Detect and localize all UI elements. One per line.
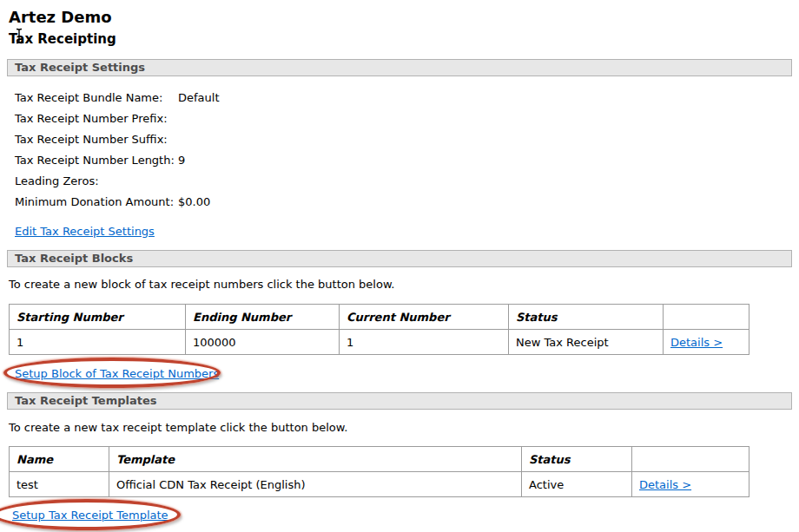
cell-name: test (10, 472, 109, 497)
col-header-ending-number: Ending Number (186, 305, 340, 330)
section-header-blocks: Tax Receipt Blocks (7, 250, 792, 267)
setup-tax-receipt-template-link[interactable]: Setup Tax Receipt Template (12, 509, 168, 522)
cell-template: Official CDN Tax Receipt (English) (109, 472, 522, 497)
col-header-starting-number: Starting Number (10, 305, 186, 330)
tax-receipt-blocks-table: Starting Number Ending Number Current Nu… (9, 304, 749, 355)
cell-status: New Tax Receipt (509, 330, 664, 355)
blocks-instruction: To create a new block of tax receipt num… (9, 278, 394, 291)
settings-list: Tax Receipt Bundle Name: Default Tax Rec… (15, 88, 623, 213)
section-header-templates: Tax Receipt Templates (7, 392, 792, 410)
page-title: Artez Demo (9, 8, 112, 26)
field-value: Default (178, 88, 220, 108)
table-row: 1 100000 1 New Tax Receipt Details > (10, 330, 749, 355)
col-header-template: Template (109, 447, 522, 472)
settings-row-leading-zeros: Leading Zeros: (15, 171, 623, 192)
settings-row-number-prefix: Tax Receipt Number Prefix: (15, 108, 623, 129)
settings-row-number-suffix: Tax Receipt Number Suffix: (15, 129, 623, 150)
tax-receipting-page: Artez Demo Tax Receipting Tax Receipt Se… (0, 0, 799, 532)
templates-instruction: To create a new tax receipt template cli… (9, 421, 347, 434)
field-label: Tax Receipt Number Suffix: (15, 129, 178, 150)
edit-tax-receipt-settings-link[interactable]: Edit Tax Receipt Settings (15, 225, 155, 238)
col-header-actions (664, 305, 749, 330)
field-value: $0.00 (178, 192, 210, 213)
field-label: Minimum Donation Amount: (15, 192, 178, 213)
field-label: Tax Receipt Bundle Name: (15, 88, 178, 108)
col-header-current-number: Current Number (340, 305, 509, 330)
tax-receipt-templates-table: Name Template Status test Official CDN T… (9, 446, 749, 497)
field-label: Leading Zeros: (15, 171, 178, 192)
settings-row-minimum-donation: Minimum Donation Amount: $0.00 (15, 192, 623, 213)
col-header-status: Status (509, 305, 664, 330)
table-row: test Official CDN Tax Receipt (English) … (10, 472, 749, 497)
cell-starting-number: 1 (10, 330, 186, 355)
field-label: Tax Receipt Number Length: (15, 150, 178, 171)
template-details-link[interactable]: Details > (639, 478, 691, 491)
col-header-actions (632, 447, 749, 472)
setup-block-of-tax-receipt-numbers-link[interactable]: Setup Block of Tax Receipt Numbers (15, 367, 219, 380)
settings-row-bundle-name: Tax Receipt Bundle Name: Default (15, 88, 623, 108)
table-header-row: Name Template Status (10, 447, 749, 472)
settings-row-number-length: Tax Receipt Number Length: 9 (15, 150, 623, 171)
section-header-settings: Tax Receipt Settings (7, 59, 792, 76)
field-value: 9 (178, 150, 185, 171)
table-header-row: Starting Number Ending Number Current Nu… (10, 305, 749, 330)
field-label: Tax Receipt Number Prefix: (15, 108, 178, 129)
cell-ending-number: 100000 (186, 330, 340, 355)
block-details-link[interactable]: Details > (670, 336, 723, 349)
cell-status: Active (522, 472, 632, 497)
col-header-status: Status (522, 447, 632, 472)
col-header-name: Name (10, 447, 109, 472)
cell-current-number: 1 (340, 330, 509, 355)
page-subtitle: Tax Receipting (9, 31, 116, 47)
